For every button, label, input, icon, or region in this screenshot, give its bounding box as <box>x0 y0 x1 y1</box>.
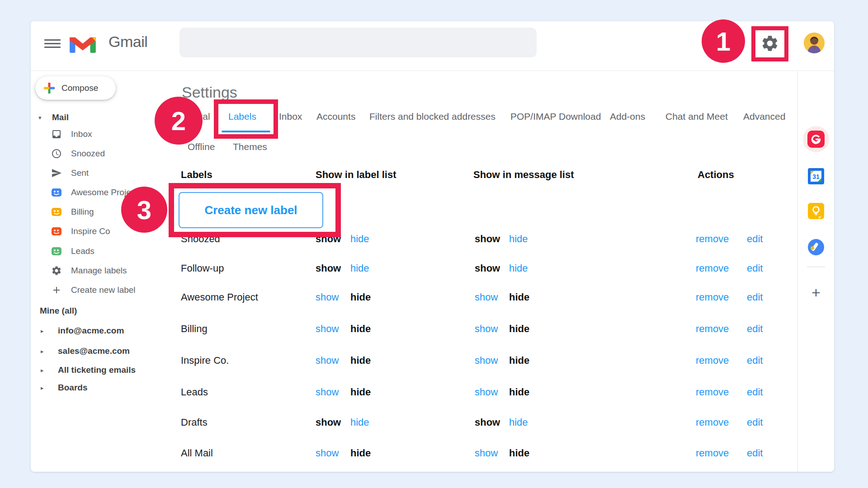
label-name: All Mail <box>181 447 213 459</box>
annotation-step-1-badge: 1 <box>702 19 745 63</box>
right-rail: 31 + <box>797 71 834 472</box>
tab-advanced[interactable]: Advanced <box>743 111 785 122</box>
label-row-snoozed: Snoozedshow hideshow hideremoveedit <box>31 233 799 248</box>
rail-divider <box>807 267 825 267</box>
sidebar-item-inbox[interactable]: Inbox <box>31 127 175 141</box>
show-option[interactable]: show <box>475 355 498 366</box>
hide-option[interactable]: hide <box>350 417 369 428</box>
show-option[interactable]: show <box>316 323 339 335</box>
tab-pop-imap-download[interactable]: POP/IMAP Download <box>510 111 601 122</box>
show-option[interactable]: show <box>316 291 339 303</box>
inbox-icon <box>51 129 62 140</box>
show-option: show <box>316 263 341 274</box>
show-option: show <box>475 263 500 274</box>
remove-link[interactable]: remove <box>696 291 729 303</box>
show-option[interactable]: show <box>316 386 339 398</box>
menu-icon[interactable] <box>44 37 61 50</box>
show-option[interactable]: show <box>316 447 339 459</box>
hide-option: hide <box>509 447 529 459</box>
sidebar-item-snoozed[interactable]: Snoozed <box>31 146 175 161</box>
edit-link[interactable]: edit <box>747 417 763 428</box>
tasks-icon[interactable] <box>808 239 824 257</box>
remove-link[interactable]: remove <box>696 417 729 428</box>
app-title: Gmail <box>108 33 147 51</box>
sidebar-item-label: Snoozed <box>71 149 105 159</box>
hide-option: hide <box>350 447 371 459</box>
edit-link[interactable]: edit <box>747 233 763 245</box>
hide-option[interactable]: hide <box>509 263 528 274</box>
hide-option[interactable]: hide <box>509 233 528 245</box>
hide-option: hide <box>509 355 529 366</box>
keep-icon[interactable] <box>808 203 824 221</box>
settings-gear-icon[interactable] <box>760 34 779 53</box>
label-name: Inspire Co. <box>181 355 229 366</box>
column-header-labels: Labels <box>181 169 212 181</box>
gmail-window: Gmail Compose ▾ Mail Inbox <box>31 21 834 472</box>
remove-link[interactable]: remove <box>696 323 729 335</box>
label-row-all-mail: All Mailshow hideshow hideremoveedit <box>31 447 799 462</box>
show-option[interactable]: show <box>475 447 498 459</box>
hide-option: hide <box>350 291 371 303</box>
show-option[interactable]: show <box>475 291 498 303</box>
label-name: Follow-up <box>181 263 224 274</box>
chevron-down-icon: ▾ <box>38 114 42 121</box>
tab-filters-and-blocked-addresses[interactable]: Filters and blocked addresses <box>369 111 495 122</box>
hide-option: hide <box>509 386 529 398</box>
label-name: Leads <box>181 386 208 398</box>
remove-link[interactable]: remove <box>696 386 729 398</box>
hide-option: hide <box>350 355 371 366</box>
label-name: Awesome Project <box>181 291 258 303</box>
streak-box-icon <box>51 206 62 217</box>
label-row-inspire-co-: Inspire Co.show hideshow hideremoveedit <box>31 355 799 369</box>
label-name: Drafts <box>181 417 208 428</box>
sidebar-section-label: Mine (all) <box>40 306 77 316</box>
streak-box-icon <box>51 187 62 198</box>
edit-link[interactable]: edit <box>747 386 763 398</box>
user-avatar[interactable] <box>804 33 825 53</box>
add-addon-button[interactable]: + <box>810 286 822 299</box>
sidebar-item-label: Leads <box>71 246 94 256</box>
annotation-box-labels-tab <box>214 99 278 139</box>
edit-link[interactable]: edit <box>747 263 763 274</box>
hide-option[interactable]: hide <box>350 263 369 274</box>
show-option[interactable]: show <box>475 323 498 335</box>
show-option[interactable]: show <box>316 355 339 366</box>
show-option: show <box>475 233 500 245</box>
label-row-follow-up: Follow-upshow hideshow hideremoveedit <box>31 263 799 277</box>
edit-link[interactable]: edit <box>747 355 763 366</box>
sidebar-section-mail[interactable]: ▾ Mail <box>31 110 175 125</box>
chevron-right-icon: ▸ <box>41 348 44 355</box>
streak-icon[interactable] <box>803 126 829 152</box>
annotation-step-3-badge: 3 <box>121 187 167 233</box>
hide-option[interactable]: hide <box>350 233 369 245</box>
remove-link[interactable]: remove <box>696 355 729 366</box>
show-option: show <box>316 417 341 428</box>
sidebar-item-sent[interactable]: Sent <box>31 166 175 180</box>
tab-offline[interactable]: Offline <box>188 141 215 152</box>
hide-option[interactable]: hide <box>509 417 528 428</box>
edit-link[interactable]: edit <box>747 291 763 303</box>
column-header-actions: Actions <box>698 169 734 181</box>
remove-link[interactable]: remove <box>696 447 729 459</box>
calendar-icon[interactable]: 31 <box>808 168 824 186</box>
tab-accounts[interactable]: Accounts <box>316 111 355 122</box>
search-input[interactable] <box>179 28 537 57</box>
tab-chat-and-meet[interactable]: Chat and Meet <box>665 111 728 122</box>
tab-inbox[interactable]: Inbox <box>279 111 302 122</box>
edit-link[interactable]: edit <box>747 447 763 459</box>
remove-link[interactable]: remove <box>696 233 729 245</box>
page-title: Settings <box>182 84 237 101</box>
annotation-box-create-label <box>169 183 341 237</box>
remove-link[interactable]: remove <box>696 263 729 274</box>
column-header-label-list: Show in label list <box>316 169 396 181</box>
sidebar-item-label: Billing <box>71 207 94 217</box>
hide-option: hide <box>509 323 529 335</box>
compose-button[interactable]: Compose <box>35 76 116 100</box>
hide-option: hide <box>350 323 371 335</box>
edit-link[interactable]: edit <box>747 323 763 335</box>
show-option[interactable]: show <box>475 386 498 398</box>
tab-add-ons[interactable]: Add-ons <box>610 111 645 122</box>
tab-themes[interactable]: Themes <box>233 141 267 152</box>
show-option: show <box>475 417 500 428</box>
hide-option: hide <box>509 291 529 303</box>
